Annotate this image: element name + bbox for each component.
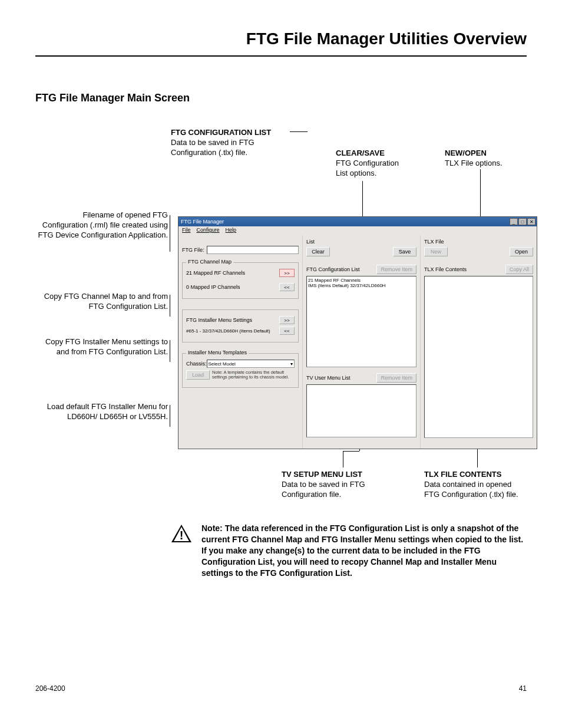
note-text: Note: The data referenced in the FTG Con…	[201, 523, 527, 578]
menubar: File Configure Help	[178, 226, 537, 235]
rf-channels-label: 21 Mapped RF Channels	[186, 270, 245, 276]
minimize-icon[interactable]: _	[510, 218, 518, 225]
window-title: FTG File Manager	[180, 219, 510, 225]
callout-copy-map: Copy FTG Channel Map to and from FTG Con…	[35, 292, 168, 312]
tlx-file-label: TLX File	[424, 239, 533, 245]
svg-text:!: !	[180, 529, 184, 542]
group-title: FTG Channel Map	[186, 259, 233, 265]
callout-tv-setup: TV SETUP MENU LIST Data to be saved in F…	[282, 470, 411, 500]
list-item[interactable]: IMS (Items Default) 32/37/42LD660H	[308, 283, 415, 288]
footer-left: 206-4200	[35, 684, 65, 693]
titlebar: FTG File Manager _ □ ✕	[178, 217, 537, 226]
callout-body: FTG Configuration	[336, 159, 430, 169]
section-title: FTG File Manager Main Screen	[35, 92, 527, 104]
ip-channels-label: 0 Mapped IP Channels	[186, 284, 240, 290]
maximize-icon[interactable]: □	[518, 218, 527, 225]
app-window: FTG File Manager _ □ ✕ File Configure He…	[178, 216, 537, 449]
callout-title: NEW/OPEN	[445, 149, 533, 159]
installer-settings-label: FTG Installer Menu Settings	[186, 317, 252, 323]
callout-body: Data to be saved in FTG	[282, 480, 411, 490]
footer-right: 41	[519, 684, 527, 693]
callout-body: Data contained in opened	[424, 480, 554, 490]
menu-help[interactable]: Help	[226, 227, 237, 235]
callout-body: Data to be saved in FTG	[171, 138, 300, 148]
save-button[interactable]: Save	[393, 247, 416, 256]
remove-item-button[interactable]: Remove Item	[376, 265, 416, 274]
ftg-file-label: FTG File:	[182, 247, 204, 253]
template-note: Note: A template contains the default se…	[212, 370, 295, 380]
callout-tlx-contents: TLX FILE CONTENTS Data contained in open…	[424, 470, 554, 500]
callout-body: FTG Configuration (.tlx) file.	[424, 490, 554, 500]
copy-right-rf-button[interactable]: >>	[279, 269, 295, 277]
diagram: FTG CONFIGURATION LIST Data to be saved …	[35, 128, 527, 505]
open-button[interactable]: Open	[510, 247, 533, 256]
divider	[35, 55, 527, 57]
tlx-contents-label: TLX File Contents	[424, 266, 467, 272]
clear-button[interactable]: Clear	[306, 247, 330, 256]
middle-panel: List Clear Save FTG Configuration List R…	[302, 235, 420, 449]
group-title: Installer Menu Templates	[186, 350, 249, 355]
close-icon[interactable]: ✕	[527, 218, 535, 225]
page-footer: 206-4200 41	[35, 684, 527, 693]
tlx-contents-listbox[interactable]	[424, 276, 533, 438]
note-block: ! Note: The data referenced in the FTG C…	[171, 523, 527, 578]
callout-ftg-config-list: FTG CONFIGURATION LIST Data to be saved …	[171, 128, 300, 158]
right-panel: TLX File New Open TLX File Contents Copy…	[420, 235, 537, 449]
config-list-label: FTG Configuration List	[306, 266, 360, 272]
load-button[interactable]: Load	[186, 370, 210, 380]
callout-title: TLX FILE CONTENTS	[424, 470, 554, 480]
group-installer-menu: FTG Installer Menu Settings >> #65-1 - 3…	[182, 309, 299, 342]
copy-right-installer-button[interactable]: >>	[279, 316, 295, 324]
menu-file[interactable]: File	[182, 227, 191, 235]
callout-title: TV SETUP MENU LIST	[282, 470, 411, 480]
callout-title: CLEAR/SAVE	[336, 149, 430, 159]
group-templates: Installer Menu Templates Chassis: Select…	[182, 353, 299, 388]
tv-menu-listbox[interactable]	[306, 384, 416, 437]
callout-title: FTG CONFIGURATION LIST	[171, 128, 300, 138]
ftg-file-input[interactable]	[207, 246, 299, 254]
remove-item-button-2[interactable]: Remove Item	[376, 373, 416, 383]
callout-load-default: Load default FTG Installer Menu for LD66…	[35, 402, 168, 422]
copy-left-ip-button[interactable]: <<	[279, 283, 295, 291]
callout-new-open: NEW/OPEN TLX File options.	[445, 149, 533, 169]
installer-line: #65-1 - 32/37/42LD660H (Items Default)	[186, 328, 270, 334]
callout-copy-installer: Copy FTG Installer Menu settings to and …	[35, 337, 168, 357]
page-title: FTG File Manager Utilities Overview	[35, 29, 527, 48]
warning-icon: !	[171, 524, 192, 543]
callout-clear-save: CLEAR/SAVE FTG Configuration List option…	[336, 149, 430, 179]
list-label: List	[306, 239, 416, 245]
chassis-label: Chassis:	[186, 361, 207, 367]
callout-body: Configuration (.tlx) file.	[171, 148, 300, 158]
list-item[interactable]: 21 Mapped RF Channels	[308, 278, 415, 283]
callout-body: List options.	[336, 169, 430, 179]
callout-body: Configuration file.	[282, 490, 411, 500]
callout-body: TLX File options.	[445, 159, 533, 169]
copy-left-installer-button[interactable]: <<	[279, 327, 295, 335]
callout-filename: Filename of opened FTG Configuration (.r…	[35, 210, 168, 241]
new-button[interactable]: New	[424, 247, 448, 256]
ftg-config-listbox[interactable]: 21 Mapped RF Channels IMS (Items Default…	[306, 276, 416, 367]
tv-menu-list-label: TV User Menu List	[306, 375, 351, 381]
menu-configure[interactable]: Configure	[197, 227, 220, 235]
copy-all-button[interactable]: Copy All	[505, 265, 533, 274]
chassis-select[interactable]: Select Model	[207, 360, 295, 368]
group-channel-map: FTG Channel Map 21 Mapped RF Channels >>…	[182, 262, 299, 299]
left-panel: FTG File: FTG Channel Map 21 Mapped RF C…	[178, 235, 302, 449]
